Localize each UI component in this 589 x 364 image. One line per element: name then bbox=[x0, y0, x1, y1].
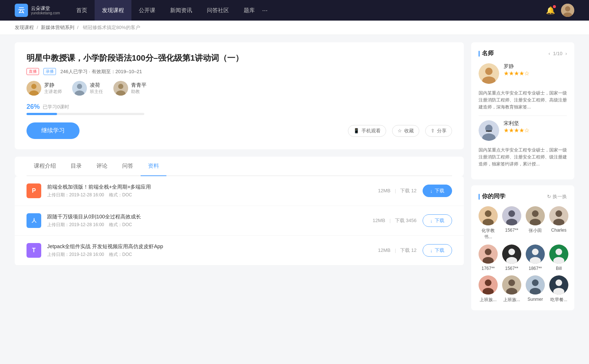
download-icon-3: ↓ bbox=[430, 248, 433, 253]
content-area: 明星中教授课，小学阶段语法100分–强化级第1讲动词（一） 直播 录播 246人… bbox=[15, 42, 464, 316]
teachers-next-button[interactable]: › bbox=[565, 51, 567, 56]
sidebar-teacher-1-img bbox=[479, 63, 499, 84]
star-icon: ☆ bbox=[398, 128, 402, 133]
resource-item: 人 跟随千万级项目从0到100全过程高效成长 上传日期：2019-12-28 1… bbox=[15, 206, 464, 236]
classmate-avatar bbox=[502, 275, 521, 295]
svg-point-32 bbox=[485, 249, 491, 255]
nav-right: 🔔 bbox=[546, 4, 574, 17]
logo-icon: 云 bbox=[15, 4, 28, 17]
tab-qa[interactable]: 问答 bbox=[115, 157, 141, 175]
breadcrumb-series[interactable]: 新媒体营销系列 bbox=[41, 25, 74, 30]
share-button[interactable]: ⇧ 分享 bbox=[425, 125, 452, 137]
sidebar-teacher-1-avatar bbox=[479, 63, 499, 84]
collect-button[interactable]: ☆ 收藏 bbox=[392, 125, 419, 137]
progress-bar-background bbox=[27, 113, 144, 115]
resource-3-format: 格式：DOC bbox=[109, 252, 132, 257]
teachers-panel-header: 名师 ‹ 1/10 › bbox=[479, 50, 567, 57]
classmate-item[interactable]: 1867** bbox=[526, 245, 545, 271]
resource-2-size: 12MB | 下载 3456 bbox=[373, 217, 416, 224]
svg-point-10 bbox=[118, 84, 123, 89]
download-button-2[interactable]: ↓ 下载 bbox=[423, 214, 452, 227]
svg-point-35 bbox=[508, 249, 515, 255]
resource-3-icon: T bbox=[27, 243, 41, 258]
teacher-1: 罗静 主讲老师 bbox=[27, 81, 62, 96]
resource-item: T Jetpack全组件实战 开发短视频应用高仿皮皮虾App 上传日期：2019… bbox=[15, 236, 464, 265]
breadcrumb: 发现课程 / 新媒体营销系列 / 销冠修炼术搞定80%的客户 bbox=[0, 21, 589, 35]
course-header-card: 明星中教授课，小学阶段语法100分–强化级第1讲动词（一） 直播 录播 246人… bbox=[15, 42, 464, 149]
share-icon: ⇧ bbox=[431, 128, 435, 133]
classmate-item[interactable]: Bill bbox=[549, 245, 568, 271]
teacher-2-avatar bbox=[72, 81, 87, 96]
resource-3-size: 12MB | 下载 12 bbox=[378, 247, 417, 254]
sidebar-area: 名师 ‹ 1/10 › bbox=[471, 42, 574, 316]
tab-intro[interactable]: 课程介绍 bbox=[27, 157, 63, 175]
svg-point-29 bbox=[556, 210, 562, 217]
tab-resources[interactable]: 资料 bbox=[141, 157, 166, 175]
action-buttons: 📱 手机观看 ☆ 收藏 ⇧ 分享 bbox=[348, 125, 452, 137]
logo[interactable]: 云 云朵课堂 yundoketang.com bbox=[15, 4, 60, 17]
svg-rect-18 bbox=[486, 131, 492, 132]
teacher-3: 青青平 助教 bbox=[113, 81, 147, 96]
share-label: 分享 bbox=[437, 128, 447, 134]
teachers-divider bbox=[479, 115, 567, 116]
progress-text: 已学习0课时 bbox=[43, 104, 69, 110]
user-avatar[interactable] bbox=[561, 4, 574, 17]
resource-2-icon: 人 bbox=[27, 213, 41, 228]
phone-icon: 📱 bbox=[353, 128, 359, 133]
resource-list: P 前端全栈加强版！前端全栈+全周期+多端应用 上传日期：2019-12-28 … bbox=[15, 176, 464, 265]
classmate-item[interactable]: 1567** bbox=[502, 245, 521, 271]
sidebar-teacher-1: 罗静 ★★★★☆ bbox=[479, 63, 567, 84]
nav-item-quiz[interactable]: 题库 bbox=[236, 0, 262, 21]
download-button-3[interactable]: ↓ 下载 bbox=[423, 244, 452, 257]
sidebar-teacher-1-desc: 国内某重点大学安全工程专业硕士，国家一级注册消防工程师、注册安全工程师、高级注册… bbox=[479, 90, 567, 111]
classmate-name: Sunmer bbox=[528, 297, 543, 302]
resource-3-info: Jetpack全组件实战 开发短视频应用高仿皮皮虾App 上传日期：2019-1… bbox=[47, 243, 372, 258]
sidebar-teacher-2-stars: ★★★★☆ bbox=[504, 127, 529, 134]
classmates-panel-title: 你的同学 bbox=[479, 193, 505, 200]
classmate-item[interactable]: 1567** bbox=[502, 206, 521, 240]
resource-2-meta: 上传日期：2019-12-28 16:00 格式：DOC bbox=[47, 222, 367, 228]
svg-point-47 bbox=[508, 279, 515, 286]
nav-more[interactable]: ··· bbox=[262, 7, 268, 14]
classmate-item[interactable]: Charles bbox=[549, 206, 568, 240]
classmate-avatar bbox=[502, 245, 521, 264]
resource-1-date: 上传日期：2019-12-28 16:00 bbox=[47, 192, 104, 197]
classmate-item[interactable]: 吃早餐... bbox=[549, 275, 568, 303]
breadcrumb-discover[interactable]: 发现课程 bbox=[15, 25, 34, 30]
tab-catalog[interactable]: 目录 bbox=[63, 157, 89, 175]
classmate-item[interactable]: Sunmer bbox=[526, 275, 545, 303]
download-label-3: 下载 bbox=[435, 247, 444, 254]
teachers-panel: 名师 ‹ 1/10 › bbox=[471, 42, 574, 179]
teacher-2-role: 班主任 bbox=[90, 89, 103, 95]
download-button-1[interactable]: ↓ 下载 bbox=[423, 185, 452, 197]
classmate-name: 上班族... bbox=[503, 297, 520, 303]
classmate-avatar bbox=[526, 206, 545, 225]
resource-2-format: 格式：DOC bbox=[109, 222, 132, 227]
nav-item-open[interactable]: 公开课 bbox=[131, 0, 163, 21]
tab-review[interactable]: 评论 bbox=[89, 157, 115, 175]
continue-button[interactable]: 继续学习 bbox=[27, 122, 80, 139]
classmates-title-bar-icon bbox=[479, 194, 480, 200]
badge-live: 直播 bbox=[27, 68, 39, 75]
classmate-item[interactable]: 上班族... bbox=[502, 275, 521, 303]
classmate-item[interactable]: 1767** bbox=[479, 245, 498, 271]
bell-icon[interactable]: 🔔 bbox=[546, 6, 555, 15]
progress-bar-fill bbox=[27, 113, 57, 115]
sidebar-teacher-2: 宋利坚 ★★★★☆ bbox=[479, 120, 567, 141]
classmate-item[interactable]: 张小田 bbox=[526, 206, 545, 240]
resource-3-meta: 上传日期：2019-12-28 16:00 格式：DOC bbox=[47, 251, 372, 258]
teacher-2-avatar-img bbox=[72, 81, 87, 96]
nav-item-discover[interactable]: 发现课程 bbox=[95, 0, 131, 21]
classmate-item[interactable]: 上班族... bbox=[479, 275, 498, 303]
download-label-2: 下载 bbox=[435, 217, 444, 224]
nav-item-home[interactable]: 首页 bbox=[69, 0, 95, 21]
logo-name: 云朵课堂 bbox=[31, 6, 60, 11]
classmate-item[interactable]: 化学教书... bbox=[479, 206, 498, 240]
teacher-3-role: 助教 bbox=[131, 89, 147, 95]
phone-watch-button[interactable]: 📱 手机观看 bbox=[348, 125, 386, 137]
refresh-classmates-button[interactable]: ↻ 换一换 bbox=[547, 193, 567, 200]
nav-item-qa[interactable]: 问答社区 bbox=[200, 0, 236, 21]
teachers-prev-button[interactable]: ‹ bbox=[549, 51, 550, 56]
nav-item-news[interactable]: 新闻资讯 bbox=[163, 0, 200, 21]
tabs: 课程介绍 目录 评论 问答 资料 bbox=[27, 157, 452, 176]
